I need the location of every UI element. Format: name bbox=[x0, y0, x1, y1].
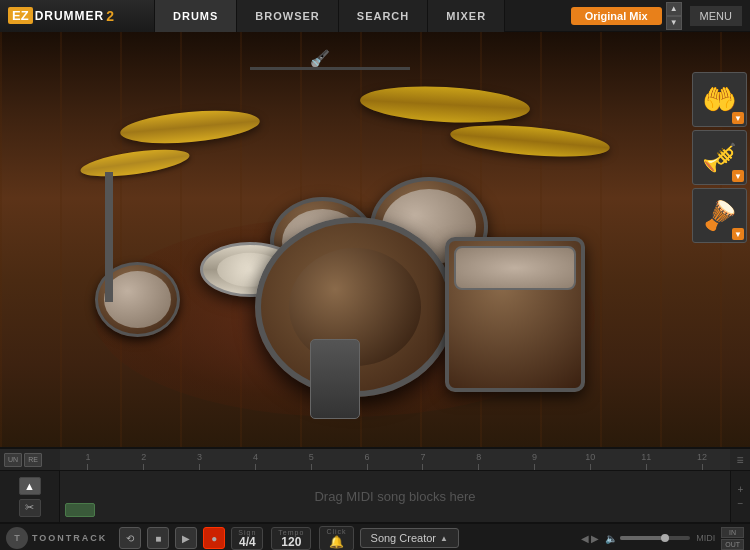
ruler-mark-1: 1 bbox=[60, 449, 116, 470]
timeline-left-controls: UN RE bbox=[0, 453, 60, 467]
loop-button[interactable]: ⟲ bbox=[119, 527, 141, 549]
undo-button[interactable]: UN bbox=[4, 453, 22, 467]
tab-drums[interactable]: DRUMS bbox=[155, 0, 237, 32]
midi-block[interactable] bbox=[65, 503, 95, 517]
click-label: Click bbox=[326, 528, 346, 535]
sign-tempo-area: Sign 4/4 Tempo 120 Click 🔔 bbox=[231, 526, 353, 551]
drumkit-area: 🤲 ▼ 🎺 ▼ 🪘 ▼ bbox=[0, 32, 750, 447]
ruler-mark-7: 7 bbox=[395, 449, 451, 470]
ruler-mark-4: 4 bbox=[227, 449, 283, 470]
right-instrument-panel: 🤲 ▼ 🎺 ▼ 🪘 ▼ bbox=[692, 72, 750, 243]
top-navigation: EZ DRUMMER 2 DRUMS BROWSER SEARCH MIXER … bbox=[0, 0, 750, 32]
preset-arrows: ▲ ▼ bbox=[666, 2, 682, 30]
ruler-mark-12: 12 bbox=[674, 449, 730, 470]
toontrack-circle: T bbox=[6, 527, 28, 549]
crash-cymbal-left[interactable] bbox=[119, 106, 261, 148]
record-button[interactable]: ● bbox=[203, 527, 225, 549]
stop-button[interactable]: ■ bbox=[147, 527, 169, 549]
timeline: UN RE 1 2 3 4 5 6 7 8 9 10 11 12 ≡ bbox=[0, 449, 750, 471]
floor-tom[interactable] bbox=[445, 237, 585, 392]
song-creator-arrow: ▲ bbox=[440, 534, 448, 543]
ruler-marks: 1 2 3 4 5 6 7 8 9 10 11 12 bbox=[60, 449, 730, 470]
song-creator-label: Song Creator bbox=[371, 532, 436, 544]
click-box[interactable]: Click 🔔 bbox=[319, 526, 353, 551]
toontrack-logo: T TOONTRACK bbox=[6, 527, 107, 549]
pb-arrow-right[interactable]: ▶ bbox=[591, 533, 599, 544]
hihat-stand bbox=[105, 172, 113, 302]
thumb-arrow-1: ▼ bbox=[732, 112, 744, 124]
pb-arrow-left[interactable]: ◀ bbox=[581, 533, 589, 544]
drum-kit bbox=[0, 32, 690, 447]
trumpet-icon: 🎺 bbox=[702, 141, 737, 174]
click-icon: 🔔 bbox=[329, 535, 344, 549]
tempo[interactable]: Tempo 120 bbox=[271, 527, 311, 550]
logo-version: 2 bbox=[106, 8, 114, 24]
select-tool[interactable]: ▲ bbox=[19, 477, 41, 495]
play-button[interactable]: ▶ bbox=[175, 527, 197, 549]
preset-arrow-up[interactable]: ▲ bbox=[666, 2, 682, 16]
tab-browser[interactable]: BROWSER bbox=[237, 0, 338, 32]
time-signature[interactable]: Sign 4/4 bbox=[231, 527, 263, 550]
volume-slider[interactable] bbox=[620, 536, 690, 540]
thumb-arrow-3: ▼ bbox=[732, 228, 744, 240]
track-content[interactable]: Drag MIDI song blocks here bbox=[60, 471, 730, 522]
track-tools: ▲ ✂ bbox=[0, 471, 60, 522]
song-track: ▲ ✂ Drag MIDI song blocks here + − bbox=[0, 471, 750, 523]
preset-button[interactable]: Original Mix bbox=[571, 7, 662, 25]
preset-area: Original Mix ▲ ▼ MENU bbox=[505, 2, 750, 30]
scissors-tool[interactable]: ✂ bbox=[19, 499, 41, 517]
ruler-mark-5: 5 bbox=[283, 449, 339, 470]
logo-ez: EZ bbox=[8, 7, 33, 24]
volume-fill bbox=[620, 536, 662, 540]
timeline-ruler[interactable]: 1 2 3 4 5 6 7 8 9 10 11 12 bbox=[60, 449, 730, 470]
timeline-options[interactable]: ≡ bbox=[730, 453, 750, 467]
tab-mixer[interactable]: MIXER bbox=[428, 0, 505, 32]
hand-icon: 🤲 bbox=[702, 83, 737, 116]
volume-control: 🔈 bbox=[605, 533, 690, 544]
ruler-mark-3: 3 bbox=[172, 449, 228, 470]
thumb-item-1[interactable]: 🤲 ▼ bbox=[692, 72, 747, 127]
logo-drummer: DRUMMER bbox=[35, 9, 105, 23]
drag-hint: Drag MIDI song blocks here bbox=[314, 489, 475, 504]
preset-arrow-down[interactable]: ▼ bbox=[666, 16, 682, 30]
volume-icon: 🔈 bbox=[605, 533, 617, 544]
menu-button[interactable]: MENU bbox=[690, 6, 742, 26]
ruler-mark-9: 9 bbox=[507, 449, 563, 470]
sign-value: 4/4 bbox=[239, 536, 256, 548]
crash-cymbal-right[interactable] bbox=[359, 83, 531, 127]
ruler-mark-10: 10 bbox=[562, 449, 618, 470]
redo-button[interactable]: RE bbox=[24, 453, 42, 467]
hihat-cymbal[interactable] bbox=[79, 144, 191, 181]
transport-right: ◀ ▶ 🔈 MIDI IN OUT bbox=[581, 527, 744, 550]
bass-drum-pedal bbox=[310, 339, 360, 419]
tab-search[interactable]: SEARCH bbox=[339, 0, 428, 32]
midi-in-button[interactable]: IN bbox=[721, 527, 744, 538]
tambourine-icon: 🪘 bbox=[702, 199, 737, 232]
overhead-mic-bar bbox=[250, 67, 410, 70]
track-scrollbar[interactable]: + − bbox=[730, 471, 750, 522]
ruler-mark-6: 6 bbox=[339, 449, 395, 470]
volume-thumb bbox=[661, 534, 669, 542]
ride-cymbal[interactable] bbox=[449, 120, 611, 162]
ruler-mark-8: 8 bbox=[451, 449, 507, 470]
ruler-mark-11: 11 bbox=[618, 449, 674, 470]
tempo-value: 120 bbox=[281, 536, 301, 548]
thumb-item-2[interactable]: 🎺 ▼ bbox=[692, 130, 747, 185]
transport-bar: T TOONTRACK ⟲ ■ ▶ ● Sign 4/4 Tempo 120 C… bbox=[0, 523, 750, 550]
app-logo: EZ DRUMMER 2 bbox=[0, 0, 155, 32]
thumb-arrow-2: ▼ bbox=[732, 170, 744, 182]
thumb-item-3[interactable]: 🪘 ▼ bbox=[692, 188, 747, 243]
bottom-area: UN RE 1 2 3 4 5 6 7 8 9 10 11 12 ≡ bbox=[0, 447, 750, 550]
toontrack-text: TOONTRACK bbox=[32, 533, 107, 543]
playback-direction: ◀ ▶ bbox=[581, 533, 599, 544]
midi-label[interactable]: MIDI bbox=[696, 533, 715, 543]
nav-tabs: DRUMS BROWSER SEARCH MIXER bbox=[155, 0, 505, 31]
song-creator-button[interactable]: Song Creator ▲ bbox=[360, 528, 459, 548]
midi-io-buttons: IN OUT bbox=[721, 527, 744, 550]
ruler-mark-2: 2 bbox=[116, 449, 172, 470]
midi-out-button[interactable]: OUT bbox=[721, 539, 744, 550]
